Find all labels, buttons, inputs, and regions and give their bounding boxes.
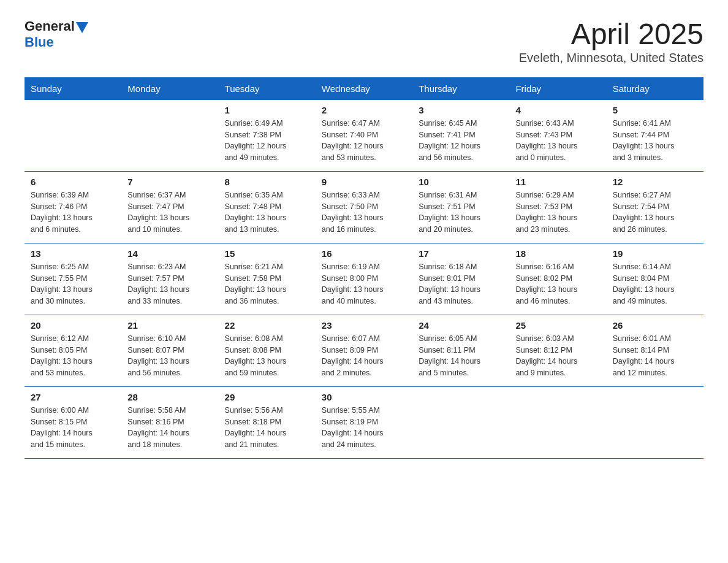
day-info: Sunrise: 6:43 AM Sunset: 7:43 PM Dayligh… — [515, 118, 600, 164]
day-info: Sunrise: 6:03 AM Sunset: 8:12 PM Dayligh… — [515, 333, 600, 379]
day-info: Sunrise: 6:12 AM Sunset: 8:05 PM Dayligh… — [31, 333, 115, 379]
day-number: 6 — [31, 177, 115, 187]
calendar-cell: 4Sunrise: 6:43 AM Sunset: 7:43 PM Daylig… — [509, 100, 606, 172]
calendar-table: SundayMondayTuesdayWednesdayThursdayFrid… — [25, 77, 703, 459]
day-info: Sunrise: 6:08 AM Sunset: 8:08 PM Dayligh… — [225, 333, 309, 379]
calendar-cell: 23Sunrise: 6:07 AM Sunset: 8:09 PM Dayli… — [316, 315, 412, 386]
calendar-cell: 9Sunrise: 6:33 AM Sunset: 7:50 PM Daylig… — [316, 171, 412, 243]
day-number: 25 — [515, 320, 600, 331]
calendar-cell: 19Sunrise: 6:14 AM Sunset: 8:04 PM Dayli… — [607, 243, 703, 315]
calendar-cell: 21Sunrise: 6:10 AM Sunset: 8:07 PM Dayli… — [121, 315, 218, 386]
day-info: Sunrise: 6:00 AM Sunset: 8:15 PM Dayligh… — [31, 405, 115, 451]
day-number: 17 — [419, 248, 503, 259]
day-info: Sunrise: 6:37 AM Sunset: 7:47 PM Dayligh… — [127, 190, 212, 236]
day-info: Sunrise: 6:23 AM Sunset: 7:57 PM Dayligh… — [127, 261, 212, 307]
calendar-cell: 2Sunrise: 6:47 AM Sunset: 7:40 PM Daylig… — [316, 100, 412, 172]
day-info: Sunrise: 6:07 AM Sunset: 8:09 PM Dayligh… — [322, 333, 406, 379]
col-header-thursday: Thursday — [412, 77, 509, 100]
day-info: Sunrise: 6:45 AM Sunset: 7:41 PM Dayligh… — [419, 118, 503, 164]
logo: General Blue — [25, 18, 88, 50]
calendar-cell — [121, 100, 218, 172]
day-number: 24 — [419, 320, 503, 331]
calendar-cell: 24Sunrise: 6:05 AM Sunset: 8:11 PM Dayli… — [412, 315, 509, 386]
calendar-cell: 15Sunrise: 6:21 AM Sunset: 7:58 PM Dayli… — [219, 243, 316, 315]
calendar-cell: 8Sunrise: 6:35 AM Sunset: 7:48 PM Daylig… — [219, 171, 316, 243]
col-header-tuesday: Tuesday — [219, 77, 316, 100]
day-number: 27 — [31, 392, 115, 402]
day-info: Sunrise: 6:41 AM Sunset: 7:44 PM Dayligh… — [613, 118, 697, 164]
calendar-cell: 22Sunrise: 6:08 AM Sunset: 8:08 PM Dayli… — [219, 315, 316, 386]
logo-general-text: General — [25, 18, 75, 34]
day-number: 26 — [613, 320, 697, 331]
calendar-cell — [509, 386, 606, 458]
day-info: Sunrise: 6:18 AM Sunset: 8:01 PM Dayligh… — [419, 261, 503, 307]
logo-blue-text: Blue — [25, 34, 54, 50]
day-info: Sunrise: 6:35 AM Sunset: 7:48 PM Dayligh… — [225, 190, 309, 236]
calendar-cell: 18Sunrise: 6:16 AM Sunset: 8:02 PM Dayli… — [509, 243, 606, 315]
calendar-cell: 20Sunrise: 6:12 AM Sunset: 8:05 PM Dayli… — [25, 315, 121, 386]
day-number: 10 — [419, 177, 503, 187]
day-info: Sunrise: 5:55 AM Sunset: 8:19 PM Dayligh… — [322, 405, 406, 451]
calendar-cell — [25, 100, 121, 172]
day-number: 23 — [322, 320, 406, 331]
day-info: Sunrise: 6:10 AM Sunset: 8:07 PM Dayligh… — [127, 333, 212, 379]
col-header-friday: Friday — [509, 77, 606, 100]
calendar-cell: 26Sunrise: 6:01 AM Sunset: 8:14 PM Dayli… — [607, 315, 703, 386]
calendar-cell: 29Sunrise: 5:56 AM Sunset: 8:18 PM Dayli… — [219, 386, 316, 458]
day-info: Sunrise: 6:39 AM Sunset: 7:46 PM Dayligh… — [31, 190, 115, 236]
day-number: 28 — [127, 392, 212, 402]
day-number: 13 — [31, 248, 115, 259]
day-info: Sunrise: 6:19 AM Sunset: 8:00 PM Dayligh… — [322, 261, 406, 307]
day-number: 2 — [322, 105, 406, 115]
calendar-cell: 5Sunrise: 6:41 AM Sunset: 7:44 PM Daylig… — [607, 100, 703, 172]
page-title: April 2025 — [519, 18, 703, 51]
calendar-cell: 16Sunrise: 6:19 AM Sunset: 8:00 PM Dayli… — [316, 243, 412, 315]
day-number: 18 — [515, 248, 600, 259]
day-number: 8 — [225, 177, 309, 187]
title-block: April 2025 Eveleth, Minnesota, United St… — [519, 18, 703, 65]
week-row-2: 6Sunrise: 6:39 AM Sunset: 7:46 PM Daylig… — [25, 171, 703, 243]
day-number: 21 — [127, 320, 212, 331]
day-info: Sunrise: 5:56 AM Sunset: 8:18 PM Dayligh… — [225, 405, 309, 451]
day-number: 15 — [225, 248, 309, 259]
calendar-cell: 17Sunrise: 6:18 AM Sunset: 8:01 PM Dayli… — [412, 243, 509, 315]
calendar-cell: 30Sunrise: 5:55 AM Sunset: 8:19 PM Dayli… — [316, 386, 412, 458]
calendar-cell: 25Sunrise: 6:03 AM Sunset: 8:12 PM Dayli… — [509, 315, 606, 386]
logo-triangle-icon — [76, 22, 88, 33]
day-number: 5 — [613, 105, 697, 115]
week-row-4: 20Sunrise: 6:12 AM Sunset: 8:05 PM Dayli… — [25, 315, 703, 386]
col-header-monday: Monday — [121, 77, 218, 100]
calendar-header-row: SundayMondayTuesdayWednesdayThursdayFrid… — [25, 77, 703, 100]
day-info: Sunrise: 6:33 AM Sunset: 7:50 PM Dayligh… — [322, 190, 406, 236]
day-number: 16 — [322, 248, 406, 259]
page-subtitle: Eveleth, Minnesota, United States — [519, 51, 703, 65]
calendar-cell: 10Sunrise: 6:31 AM Sunset: 7:51 PM Dayli… — [412, 171, 509, 243]
day-number: 19 — [613, 248, 697, 259]
day-info: Sunrise: 6:21 AM Sunset: 7:58 PM Dayligh… — [225, 261, 309, 307]
calendar-cell — [412, 386, 509, 458]
day-info: Sunrise: 6:47 AM Sunset: 7:40 PM Dayligh… — [322, 118, 406, 164]
day-info: Sunrise: 6:49 AM Sunset: 7:38 PM Dayligh… — [225, 118, 309, 164]
day-info: Sunrise: 6:01 AM Sunset: 8:14 PM Dayligh… — [613, 333, 697, 379]
day-info: Sunrise: 6:05 AM Sunset: 8:11 PM Dayligh… — [419, 333, 503, 379]
col-header-sunday: Sunday — [25, 77, 121, 100]
day-number: 29 — [225, 392, 309, 402]
week-row-1: 1Sunrise: 6:49 AM Sunset: 7:38 PM Daylig… — [25, 100, 703, 172]
day-number: 14 — [127, 248, 212, 259]
page-header: General Blue April 2025 Eveleth, Minneso… — [25, 18, 703, 65]
day-number: 4 — [515, 105, 600, 115]
week-row-3: 13Sunrise: 6:25 AM Sunset: 7:55 PM Dayli… — [25, 243, 703, 315]
week-row-5: 27Sunrise: 6:00 AM Sunset: 8:15 PM Dayli… — [25, 386, 703, 458]
calendar-cell: 13Sunrise: 6:25 AM Sunset: 7:55 PM Dayli… — [25, 243, 121, 315]
day-info: Sunrise: 6:14 AM Sunset: 8:04 PM Dayligh… — [613, 261, 697, 307]
day-number: 12 — [613, 177, 697, 187]
day-info: Sunrise: 6:25 AM Sunset: 7:55 PM Dayligh… — [31, 261, 115, 307]
col-header-wednesday: Wednesday — [316, 77, 412, 100]
day-number: 22 — [225, 320, 309, 331]
day-number: 20 — [31, 320, 115, 331]
day-info: Sunrise: 6:29 AM Sunset: 7:53 PM Dayligh… — [515, 190, 600, 236]
day-number: 30 — [322, 392, 406, 402]
calendar-cell — [607, 386, 703, 458]
day-number: 9 — [322, 177, 406, 187]
day-number: 3 — [419, 105, 503, 115]
